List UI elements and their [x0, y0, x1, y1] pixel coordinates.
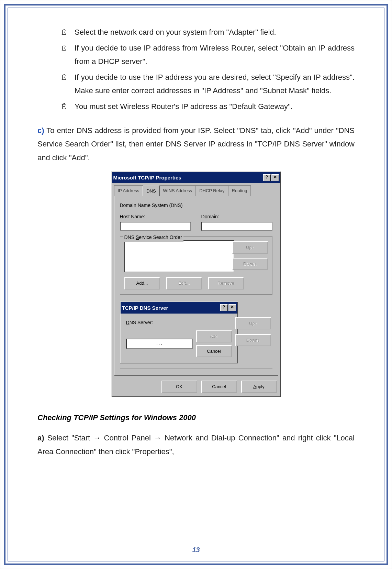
dialog-title: Microsoft TCP/IP Properties: [113, 173, 181, 182]
tcpip-dns-server-dialog: TCP/IP DNS Server ? ✕ DNS Server:: [120, 302, 238, 364]
bullet-text: You must set Wireless Router's IP addres…: [75, 102, 293, 111]
add-edit-remove-row: Add... Edit... Remove: [124, 277, 234, 289]
arrow-icon: →: [154, 434, 161, 442]
help-button[interactable]: ?: [263, 174, 271, 181]
apply-rest: ply: [259, 384, 265, 389]
hostname-field: Host Name:: [120, 212, 191, 231]
dialog-titlebar: Microsoft TCP/IP Properties ? ✕: [112, 172, 280, 183]
section-c-text: To enter DNS address is provided from yo…: [37, 126, 355, 162]
sub-right-buttons: Up↑ Down↓: [235, 317, 271, 347]
group-title-post: ervice Search Order: [139, 234, 182, 240]
tab-dns[interactable]: DNS: [143, 186, 159, 196]
domain-field: Domain:: [201, 212, 272, 231]
dns-section-label: Domain Name System (DNS): [120, 201, 272, 210]
dns-label-post: S Server:: [133, 320, 153, 325]
domain-label-post: main:: [207, 214, 219, 219]
page-inner-frame: Ё Select the network card on your system…: [8, 8, 384, 561]
hostname-label-rest: ost Name:: [123, 214, 145, 219]
bullet-text: Select the network card on your system f…: [75, 28, 276, 36]
section-a-paragraph: a) Select "Start → Control Panel → Netwo…: [37, 431, 355, 458]
up-down-buttons: Up↑ Down↓: [232, 241, 268, 270]
domain-label-pre: D: [201, 214, 205, 219]
apply-a: A: [253, 384, 256, 389]
remove-button[interactable]: Remove: [208, 277, 244, 289]
hostname-domain-row: Host Name: Domain:: [120, 212, 272, 231]
edit-button[interactable]: Edit...: [166, 277, 202, 289]
bullet-marker: Ё: [61, 100, 66, 113]
tcpip-properties-dialog: Microsoft TCP/IP Properties ? ✕ IP Addre…: [111, 171, 281, 397]
section-a-prefix: a): [37, 434, 44, 442]
bullet-text: If you decide to use IP address from Wir…: [75, 44, 355, 66]
groupbox-title: DNS Service Search Order: [123, 233, 183, 242]
bullet-marker: Ё: [61, 25, 66, 39]
sub-help-button[interactable]: ?: [220, 304, 228, 311]
section-a-text-2: Control Panel: [101, 434, 154, 442]
tab-ip-address[interactable]: IP Address: [114, 185, 143, 196]
bullet-text: If you decide to use the IP address you …: [75, 73, 355, 95]
page-frame: Ё Select the network card on your system…: [4, 4, 388, 565]
apply-button[interactable]: Apply: [241, 381, 277, 393]
ok-button[interactable]: OK: [161, 381, 197, 393]
hostname-input[interactable]: [120, 222, 191, 231]
bullet-item: Ё If you decide to use the IP address yo…: [61, 70, 355, 98]
bullet-marker: Ё: [61, 41, 66, 55]
sub-cancel-button[interactable]: Cancel: [196, 345, 232, 357]
bullet-item: Ё If you decide to use IP address from W…: [61, 41, 355, 68]
down-button[interactable]: Down↓: [232, 258, 268, 270]
dns-label-mid: N: [130, 320, 133, 325]
dns-search-order-group: DNS Service Search Order Up↑ Down↓ Add..…: [120, 236, 272, 294]
cancel-button[interactable]: Cancel: [201, 381, 237, 393]
sub-field-row: . . . Add Cancel: [126, 330, 232, 358]
page-outer: Ё Select the network card on your system…: [0, 0, 392, 569]
obscured-row: [120, 368, 272, 372]
group-title-u: S: [136, 234, 139, 240]
hostname-label-u: H: [120, 214, 123, 219]
dns-server-label: DNS Server:: [126, 318, 232, 327]
tab-dhcp-relay[interactable]: DHCP Relay: [195, 185, 228, 196]
bullet-list: Ё Select the network card on your system…: [61, 25, 355, 113]
close-button[interactable]: ✕: [271, 174, 279, 181]
section-a-text-1: Select "Start: [44, 434, 93, 442]
bullet-item: Ё Select the network card on your system…: [61, 25, 355, 39]
arrow-icon: →: [93, 434, 101, 442]
domain-input[interactable]: [201, 222, 272, 231]
dialog-bottom-buttons: OK Cancel Apply: [112, 378, 280, 396]
sub-close-button[interactable]: ✕: [228, 304, 236, 311]
tab-body: Domain Name System (DNS) Host Name: Doma…: [114, 196, 278, 376]
tab-routing[interactable]: Routing: [228, 185, 251, 196]
hostname-label: Host Name:: [120, 212, 191, 221]
sub-titlebar-buttons: ? ✕: [220, 304, 236, 311]
section-c-prefix: c): [37, 126, 44, 135]
sub-down-button[interactable]: Down↓: [235, 334, 271, 346]
bullet-marker: Ё: [61, 70, 66, 84]
sub-dialog-title: TCP/IP DNS Server: [122, 303, 168, 313]
up-button[interactable]: Up↑: [232, 241, 268, 253]
ip-dots: . . .: [156, 340, 162, 348]
dns-server-ip-input[interactable]: . . .: [126, 339, 193, 349]
tab-wins-address[interactable]: WINS Address: [159, 185, 196, 196]
sub-dialog-titlebar: TCP/IP DNS Server ? ✕: [121, 302, 237, 314]
page-number: 13: [8, 546, 384, 554]
dns-label-u: D: [126, 320, 130, 325]
dialog-screenshot: Microsoft TCP/IP Properties ? ✕ IP Addre…: [37, 171, 355, 397]
sub-up-button[interactable]: Up↑: [235, 317, 271, 329]
bullet-item: Ё You must set Wireless Router's IP addr…: [61, 100, 355, 113]
domain-label: Domain:: [201, 212, 272, 221]
sub-add-button[interactable]: Add: [196, 330, 232, 342]
section-c-paragraph: c) To enter DNS address is provided from…: [37, 124, 355, 165]
titlebar-buttons: ? ✕: [263, 174, 279, 181]
tab-row: IP Address DNS WINS Address DHCP Relay R…: [114, 185, 278, 196]
add-button[interactable]: Add...: [124, 277, 160, 289]
win2000-heading: Checking TCP/IP Settings for Windows 200…: [37, 411, 355, 425]
sub-dialog-body: DNS Server: . . . Add Cancel: [121, 314, 237, 363]
dns-order-listbox[interactable]: [124, 240, 234, 272]
group-title-pre: DNS: [124, 234, 136, 240]
document-content: Ё Select the network card on your system…: [37, 25, 355, 459]
